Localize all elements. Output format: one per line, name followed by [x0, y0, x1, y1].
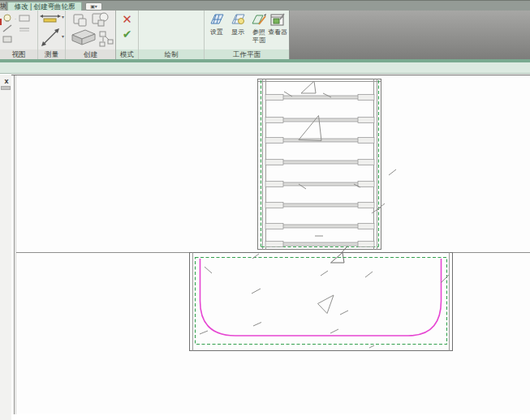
panel-workplane-label: 工作平面 — [205, 49, 289, 59]
dropdown-caret-icon[interactable]: ▾ — [62, 15, 64, 19]
panel-grip[interactable] — [1, 86, 11, 90]
panel-view-body: · — [0, 11, 37, 49]
panel-mode-label: 模式 — [116, 49, 138, 59]
workplane-show-button[interactable]: 显示 — [226, 12, 249, 49]
reference-plane-icon — [251, 12, 267, 27]
group-boxes-icon[interactable] — [74, 15, 86, 26]
beam-rows[interactable] — [265, 95, 374, 247]
show-workplane-icon — [230, 12, 246, 27]
panel-create-label: 创建 — [66, 49, 115, 59]
array-copy-icon[interactable] — [100, 32, 113, 46]
create-tools-icons[interactable] — [66, 11, 115, 49]
workplane-show-label: 显示 — [226, 28, 249, 36]
beam-row[interactable] — [265, 95, 374, 101]
workplane-set-label: 设置 — [205, 28, 228, 36]
pier-elevation[interactable] — [258, 79, 397, 250]
pilecap-plan[interactable] — [190, 253, 453, 351]
ribbon-empty-area — [289, 11, 530, 59]
annotation-ticks — [200, 254, 449, 348]
sketch-profile-line[interactable] — [200, 259, 442, 336]
beam-row[interactable] — [265, 242, 374, 247]
ribbon: · 视图 ▾ ▾ 测量 — [0, 11, 530, 59]
panel-measure-body: ▾ ▾ — [38, 11, 65, 49]
thin-lines-icon[interactable] — [3, 25, 11, 32]
drawing-canvas[interactable] — [11, 75, 530, 414]
panel-view-label: 视图 — [0, 49, 37, 59]
finish-sketch-button[interactable]: ✔ — [116, 28, 138, 40]
panel-create-body — [66, 11, 115, 49]
section-box-icon[interactable] — [19, 15, 29, 21]
measure-tools-icons[interactable]: ▾ ▾ — [38, 11, 65, 49]
annotation-triangle — [318, 295, 334, 314]
beam-row[interactable] — [265, 118, 374, 123]
annotation-triangle — [301, 81, 316, 93]
box-view-icon[interactable] — [3, 36, 11, 42]
ribbon-tab-bar: 块 修改 | 创建弯曲轮廓 ▣▾ — [0, 0, 530, 11]
beam-row[interactable] — [265, 203, 374, 208]
options-bar — [0, 62, 530, 74]
viewer-button[interactable]: 查看器 — [266, 12, 289, 49]
viewer-icon — [269, 12, 286, 27]
cancel-sketch-button[interactable]: ✕ — [116, 13, 138, 25]
panel-draw: ▴ ▾ ▾ 绘制 — [139, 11, 204, 59]
panel-measure: ▾ ▾ 测量 — [38, 11, 65, 59]
viewer-label: 查看器 — [266, 28, 289, 36]
panel-measure-label: 测量 — [38, 49, 65, 59]
solid-slab-icon[interactable] — [72, 30, 95, 45]
tape-measure-icon[interactable] — [40, 15, 61, 22]
panel-draw-label: 绘制 — [139, 49, 204, 59]
aligned-dimension-icon[interactable] — [41, 28, 59, 46]
collapsed-side-panel: x — [0, 75, 11, 420]
panel-view: · 视图 — [0, 11, 37, 59]
junction-marker — [331, 246, 348, 264]
dropdown-caret-icon[interactable]: · — [15, 16, 16, 21]
panel-mode: ✕ ✔ 模式 — [116, 11, 138, 59]
left-edge-partial-icon — [0, 19, 2, 25]
panel-mode-body: ✕ ✔ — [116, 11, 138, 49]
beam-row[interactable] — [265, 224, 374, 229]
create-form-icon[interactable] — [93, 13, 108, 26]
workplane-set-button[interactable]: 设置 — [205, 12, 228, 49]
beam-row[interactable] — [265, 160, 374, 165]
panel-workplane: 设置 显示 参照平面 查看器 — [205, 11, 289, 59]
panel-create: 创建 — [66, 11, 115, 59]
lightbulb-icon[interactable] — [4, 15, 11, 21]
ribbon-state-toggle-button[interactable]: ▣▾ — [85, 2, 102, 11]
dropdown-caret-icon[interactable]: ▾ — [62, 34, 64, 39]
view-tools-icons[interactable]: · — [0, 11, 37, 49]
drawing-view[interactable] — [11, 75, 530, 414]
close-icon[interactable]: x — [2, 77, 11, 85]
reference-plane-label: 参照平面 — [250, 28, 268, 44]
set-workplane-icon — [209, 12, 225, 27]
reference-plane-rect[interactable] — [196, 258, 447, 345]
chevron-down-icon: ▾ — [95, 4, 97, 9]
